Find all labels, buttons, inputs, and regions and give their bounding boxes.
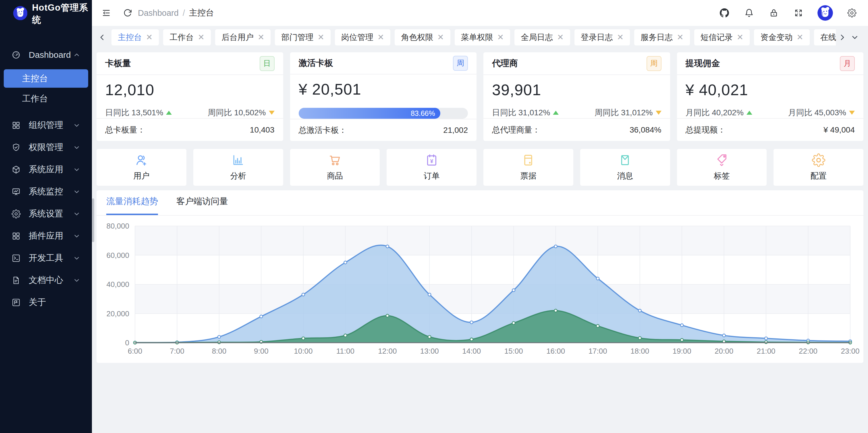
tab-close-icon[interactable]: ✕ <box>497 33 504 41</box>
tab-2[interactable]: 工作台✕ <box>163 29 211 46</box>
settings-gear-icon[interactable] <box>846 7 858 19</box>
tab-8[interactable]: 全局日志✕ <box>515 29 570 46</box>
tab-close-icon[interactable]: ✕ <box>146 33 153 41</box>
shortcut-配置[interactable]: 配置 <box>774 149 863 186</box>
sidebar-item-perm[interactable]: 权限管理 <box>0 136 92 158</box>
tab-9[interactable]: 登录日志✕ <box>575 29 630 46</box>
sidebar-item-org[interactable]: 组织管理 <box>0 114 92 136</box>
stat-card-1: 卡板量日12,010日同比 13,501%周同比 10,502%总卡板量：10,… <box>96 52 283 141</box>
stat-footer-label: 总代理商量： <box>492 124 540 136</box>
shield-icon <box>11 143 21 152</box>
stat-card-header: 激活卡板周 <box>290 52 477 75</box>
sidebar-item-about[interactable]: 关于 <box>0 291 92 313</box>
period-badge[interactable]: 日 <box>260 56 275 71</box>
stat-footer-label: 总激活卡板： <box>299 125 347 136</box>
sidebar-item-doc[interactable]: 文档中心 <box>0 269 92 291</box>
sidebar-item-plugin[interactable]: 插件应用 <box>0 225 92 247</box>
breadcrumb-root[interactable]: Dashboard <box>138 8 179 18</box>
content: 卡板量日12,010日同比 13,501%周同比 10,502%总卡板量：10,… <box>92 49 868 433</box>
tab-close-icon[interactable]: ✕ <box>258 33 264 41</box>
sidebar-item-label: 插件应用 <box>29 230 73 242</box>
sidebar-item-sysset[interactable]: 系统设置 <box>0 203 92 225</box>
period-badge[interactable]: 周 <box>647 56 661 71</box>
tab-12[interactable]: 资金变动✕ <box>754 29 809 46</box>
shortcut-用户[interactable]: 用户 <box>96 149 186 186</box>
github-icon[interactable] <box>719 7 730 19</box>
tab-close-icon[interactable]: ✕ <box>797 33 803 41</box>
lock-icon[interactable] <box>768 7 779 19</box>
trend-up: 日同比 13,501% <box>105 107 172 118</box>
trend-up-icon <box>553 111 559 115</box>
tab-label: 登录日志 <box>581 32 613 43</box>
shortcut-分析[interactable]: 分析 <box>193 149 283 186</box>
collapse-menu-icon[interactable] <box>100 7 112 19</box>
svg-text:19:00: 19:00 <box>673 347 691 355</box>
sidebar-item-sysapp[interactable]: 系统应用 <box>0 158 92 180</box>
tab-10[interactable]: 服务日志✕ <box>634 29 690 46</box>
tab-1[interactable]: 主控台✕ <box>112 29 159 46</box>
tab-close-icon[interactable]: ✕ <box>677 33 683 41</box>
tabs-scroll-left-icon[interactable] <box>96 31 108 44</box>
tab-close-icon[interactable]: ✕ <box>557 33 563 41</box>
shortcut-label: 商品 <box>327 171 343 181</box>
main-column: Dashboard / 主控台 主控台✕工作台✕后台用户✕部门管理✕岗位管理✕角… <box>92 0 868 433</box>
progress-fill: 83.66% <box>299 108 440 119</box>
logo[interactable]: HotGo管理系统 <box>0 0 92 28</box>
shortcut-票据[interactable]: 票据 <box>484 149 573 186</box>
scrollbar-thumb[interactable] <box>92 198 94 242</box>
shortcut-订单[interactable]: ¥订单 <box>386 149 476 186</box>
tab-close-icon[interactable]: ✕ <box>197 33 204 41</box>
tab-6[interactable]: 角色权限✕ <box>395 29 450 46</box>
sidebar-item-label: 开发工具 <box>29 252 73 264</box>
fullscreen-icon[interactable] <box>793 7 804 19</box>
stat-footer-label: 总卡板量： <box>105 124 145 136</box>
tab-11[interactable]: 短信记录✕ <box>694 29 750 46</box>
refresh-icon[interactable] <box>122 7 133 19</box>
tab-4[interactable]: 部门管理✕ <box>275 29 330 46</box>
tab-label: 角色权限 <box>401 32 433 43</box>
period-badge[interactable]: 月 <box>840 56 855 71</box>
tab-label: 资金变动 <box>760 32 793 43</box>
sidebar-item-sysmon[interactable]: 系统监控 <box>0 180 92 203</box>
shortcut-label: 分析 <box>230 171 246 181</box>
svg-text:40,000: 40,000 <box>106 280 129 289</box>
sidebar-menu: Dashboard主控台工作台组织管理权限管理系统应用系统监控系统设置插件应用开… <box>0 44 92 313</box>
trend-row: 日同比 13,501%周同比 10,502% <box>105 107 275 118</box>
trend-up: 月同比 40,202% <box>686 107 752 118</box>
sidebar-subitem-workbench[interactable]: 工作台 <box>4 89 88 108</box>
tab-close-icon[interactable]: ✕ <box>437 33 444 41</box>
tabs-strip: 主控台✕工作台✕后台用户✕部门管理✕岗位管理✕角色权限✕菜单权限✕全局日志✕登录… <box>112 29 836 46</box>
shortcut-消息[interactable]: 消息 <box>580 149 670 186</box>
tab-7[interactable]: 菜单权限✕ <box>455 29 510 46</box>
sidebar-item-dashboard[interactable]: Dashboard <box>0 44 92 66</box>
tab-close-icon[interactable]: ✕ <box>377 33 384 41</box>
stat-card-4: 提现佣金月¥ 40,021月同比 40,202%月同比 45,003%总提现额：… <box>677 52 864 141</box>
tabs-scroll-right-icon[interactable] <box>836 31 848 44</box>
sidebar-item-devtool[interactable]: 开发工具 <box>0 247 92 269</box>
chart-tab-client-visits[interactable]: 客户端访问量 <box>176 196 228 215</box>
stat-card-2: 激活卡板周¥ 20,50183.66%总激活卡板：21,002 <box>290 52 477 141</box>
koala-logo-icon <box>13 6 27 22</box>
chart-tabs: 流量消耗趋势 客户端访问量 <box>96 190 863 215</box>
chart-tab-traffic[interactable]: 流量消耗趋势 <box>106 196 158 215</box>
trend-down: 周同比 10,502% <box>208 107 274 118</box>
tabs-dropdown-icon[interactable] <box>848 31 861 44</box>
sidebar-subitem-console[interactable]: 主控台 <box>4 69 88 88</box>
trend-label: 周同比 31,012% <box>595 107 653 118</box>
bell-icon[interactable] <box>743 7 755 19</box>
breadcrumb: Dashboard / 主控台 <box>138 7 214 19</box>
tab-close-icon[interactable]: ✕ <box>617 33 624 41</box>
avatar[interactable] <box>817 5 833 21</box>
tab-5[interactable]: 岗位管理✕ <box>335 29 390 46</box>
area-chart-svg: 020,00040,00060,00080,0006:007:008:009:0… <box>96 215 863 360</box>
tab-close-icon[interactable]: ✕ <box>317 33 324 41</box>
stat-footer-value: ¥ 49,004 <box>824 125 855 135</box>
tab-close-icon[interactable]: ✕ <box>737 33 743 41</box>
period-badge[interactable]: 周 <box>453 56 468 71</box>
tab-label: 部门管理 <box>281 32 313 43</box>
shortcut-商品[interactable]: 商品 <box>290 149 380 186</box>
monitor-icon <box>11 187 21 196</box>
tab-13[interactable]: 在线充值✕ <box>814 29 836 46</box>
tab-3[interactable]: 后台用户✕ <box>215 29 271 46</box>
shortcut-标签[interactable]: 标签 <box>677 149 767 186</box>
